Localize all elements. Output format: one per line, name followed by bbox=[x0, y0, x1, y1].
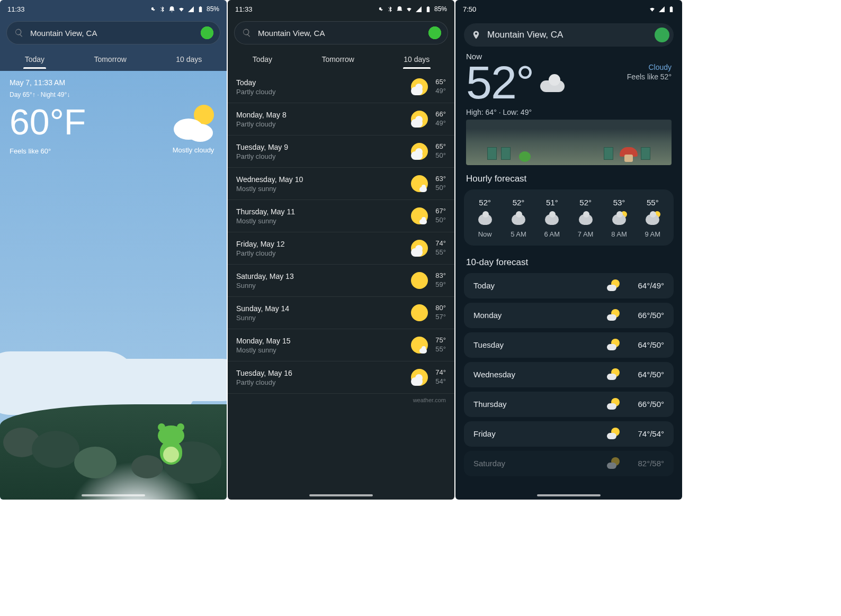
tenday-temps: 74°/54° bbox=[627, 429, 664, 438]
tenday-row[interactable]: Today64°/49° bbox=[464, 273, 674, 298]
day-row[interactable]: Wednesday, May 10Mostly sunny63°50° bbox=[228, 168, 454, 200]
hour-icon bbox=[612, 214, 626, 225]
high-temp: 63° bbox=[435, 175, 446, 184]
day-name: Monday, May 8 bbox=[236, 111, 404, 119]
day-row[interactable]: Tuesday, May 9Partly cloudy65°50° bbox=[228, 135, 454, 168]
day-name: Tuesday, May 16 bbox=[236, 369, 404, 377]
wifi-icon bbox=[649, 6, 656, 13]
day-name: Saturday, May 13 bbox=[236, 272, 404, 280]
hour-temp: 52° bbox=[468, 198, 502, 207]
weather-icon bbox=[410, 239, 429, 258]
now-section: Now 52° Cloudy Feels like 52° High: 64° … bbox=[455, 52, 682, 169]
wifi-icon bbox=[178, 6, 185, 13]
vpn-key-icon bbox=[377, 6, 384, 13]
home-indicator[interactable] bbox=[537, 494, 601, 496]
battery-percent: 85% bbox=[207, 5, 219, 13]
day-row[interactable]: Sunday, May 14Sunny80°57° bbox=[228, 297, 454, 329]
scene-illustration bbox=[466, 120, 672, 165]
frog-scene bbox=[0, 330, 227, 500]
today-date: May 7, 11:33 AM bbox=[10, 78, 217, 87]
low-temp: 54° bbox=[435, 377, 446, 386]
signal-icon bbox=[415, 6, 422, 13]
day-name: Today bbox=[236, 78, 404, 87]
battery-icon bbox=[668, 6, 675, 13]
day-name: Friday, May 12 bbox=[236, 240, 404, 248]
day-condition: Partly cloudy bbox=[236, 120, 404, 128]
location-bar[interactable]: Mountain View, CA bbox=[464, 23, 674, 47]
day-row[interactable]: Thursday, May 11Mostly sunny67°50° bbox=[228, 200, 454, 232]
condition-label: Mostly cloudy bbox=[169, 146, 217, 154]
day-row[interactable]: Tuesday, May 16Partly cloudy74°54° bbox=[228, 361, 454, 394]
location-search[interactable]: Mountain View, CA bbox=[234, 21, 448, 44]
home-indicator[interactable] bbox=[309, 494, 373, 496]
day-row[interactable]: TodayPartly cloudy65°49° bbox=[228, 71, 454, 103]
ten-day-list[interactable]: TodayPartly cloudy65°49°Monday, May 8Par… bbox=[228, 71, 454, 500]
day-name: Wednesday, May 10 bbox=[236, 175, 404, 184]
tenday-day: Today bbox=[473, 281, 600, 290]
low-temp: 50° bbox=[435, 151, 446, 160]
tenday-row[interactable]: Friday74°/54° bbox=[464, 421, 674, 447]
day-row[interactable]: Friday, May 12Partly cloudy74°55° bbox=[228, 232, 454, 265]
google-account-avatar[interactable] bbox=[426, 24, 443, 41]
tab-10days[interactable]: 10 days bbox=[172, 52, 206, 67]
day-night-summary: Day 65°↑ · Night 49°↓ bbox=[10, 91, 217, 98]
hour-temp: 52° bbox=[569, 198, 602, 207]
home-indicator[interactable] bbox=[82, 494, 145, 496]
now-condition: Cloudy bbox=[627, 63, 672, 71]
hour-cell[interactable]: 52°7 AM bbox=[569, 198, 602, 238]
day-row[interactable]: Saturday, May 13Sunny83°59° bbox=[228, 265, 454, 297]
high-temp: 74° bbox=[435, 239, 446, 248]
tab-today[interactable]: Today bbox=[21, 52, 49, 67]
hour-cell[interactable]: 52°Now bbox=[468, 198, 502, 238]
tab-10days[interactable]: 10 days bbox=[399, 52, 434, 67]
tabs: Today Tomorrow 10 days bbox=[0, 50, 227, 71]
status-time: 11:33 bbox=[235, 5, 253, 13]
ten-day-forecast[interactable]: Today64°/49°Monday66°/50°Tuesday64°/50°W… bbox=[464, 273, 674, 481]
low-temp: 55° bbox=[435, 248, 446, 257]
tenday-row[interactable]: Monday66°/50° bbox=[464, 303, 674, 328]
hour-icon bbox=[478, 214, 492, 225]
high-temp: 65° bbox=[435, 142, 446, 151]
hour-cell[interactable]: 53°8 AM bbox=[602, 198, 636, 238]
tenday-row[interactable]: Thursday66°/50° bbox=[464, 392, 674, 417]
tenday-row[interactable]: Saturday82°/58° bbox=[464, 451, 674, 476]
tenday-temps: 64°/50° bbox=[627, 370, 664, 379]
phone-10day-view: 11:33 85% Mountain View, CA Today Tomorr… bbox=[228, 0, 454, 500]
status-icons bbox=[649, 6, 675, 13]
tenday-icon bbox=[607, 458, 620, 469]
hour-icon bbox=[512, 214, 525, 225]
today-panel: May 7, 11:33 AM Day 65°↑ · Night 49°↓ 60… bbox=[0, 71, 227, 500]
weather-icon bbox=[410, 110, 429, 129]
tab-tomorrow[interactable]: Tomorrow bbox=[317, 52, 358, 67]
location-search[interactable]: Mountain View, CA bbox=[6, 21, 220, 44]
cloud-icon bbox=[540, 76, 566, 92]
hour-label: 9 AM bbox=[636, 230, 669, 238]
tenday-icon bbox=[607, 369, 620, 380]
tenday-temps: 66°/50° bbox=[627, 400, 664, 409]
hour-cell[interactable]: 52°5 AM bbox=[502, 198, 535, 238]
day-row[interactable]: Monday, May 15Mostly sunny75°55° bbox=[228, 329, 454, 361]
tenday-temps: 66°/50° bbox=[627, 311, 664, 320]
hour-cell[interactable]: 51°6 AM bbox=[535, 198, 569, 238]
tenday-day: Thursday bbox=[473, 400, 600, 409]
hour-label: 6 AM bbox=[535, 230, 569, 238]
tab-tomorrow[interactable]: Tomorrow bbox=[90, 52, 130, 67]
account-avatar[interactable] bbox=[655, 28, 669, 42]
day-row[interactable]: Monday, May 8Partly cloudy66°49° bbox=[228, 103, 454, 135]
vpn-key-icon bbox=[149, 6, 156, 13]
tenday-icon bbox=[607, 399, 620, 410]
day-name: Sunday, May 14 bbox=[236, 304, 404, 313]
attribution[interactable]: weather.com bbox=[228, 394, 454, 406]
hourly-forecast[interactable]: 52°Now52°5 AM51°6 AM52°7 AM53°8 AM55°9 A… bbox=[464, 189, 674, 246]
battery-percent: 85% bbox=[434, 5, 447, 13]
signal-icon bbox=[187, 6, 194, 13]
tenday-row[interactable]: Wednesday64°/50° bbox=[464, 362, 674, 387]
tab-today[interactable]: Today bbox=[248, 52, 276, 67]
tenday-icon bbox=[607, 429, 620, 439]
tenday-row[interactable]: Tuesday64°/50° bbox=[464, 332, 674, 358]
google-account-avatar[interactable] bbox=[199, 24, 216, 41]
hour-cell[interactable]: 55°9 AM bbox=[636, 198, 669, 238]
tenday-day: Wednesday bbox=[473, 370, 600, 379]
frog-icon bbox=[519, 151, 531, 162]
tenday-day: Monday bbox=[473, 311, 600, 320]
